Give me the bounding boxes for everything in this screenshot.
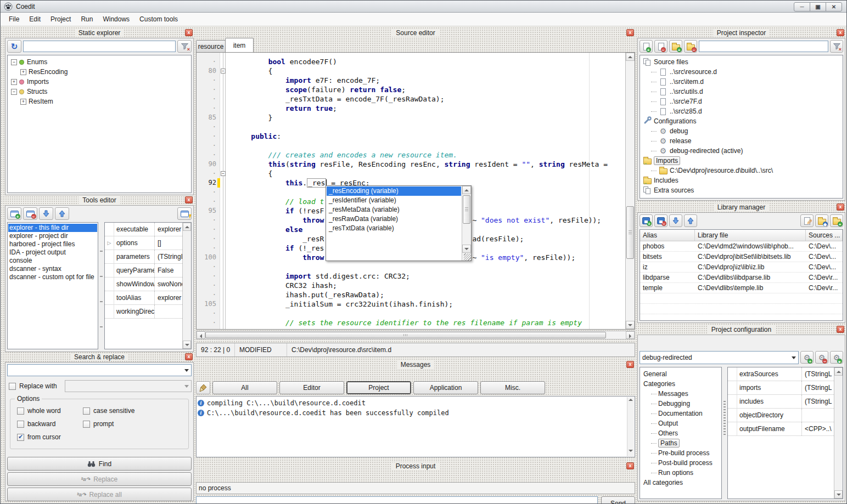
replace-term-combobox[interactable]: [65, 380, 192, 392]
table-row[interactable]: phobosC:\Dev\dmd2\windows\lib\phob...C:\…: [640, 241, 843, 252]
run-tool-button[interactable]: [177, 207, 192, 220]
category-item[interactable]: Run options: [641, 468, 720, 478]
column-header[interactable]: Alias: [640, 230, 695, 241]
prop-value[interactable]: (TStringL: [802, 395, 834, 408]
prop-value[interactable]: explorer: [155, 291, 182, 304]
edit-library-button[interactable]: ✎: [800, 214, 814, 227]
menu-windows[interactable]: Windows: [98, 14, 134, 25]
configuration-selector[interactable]: debug-redirected: [640, 351, 799, 364]
scroll-right-icon[interactable]: [626, 331, 635, 339]
prop-value[interactable]: (TStringL: [802, 367, 834, 381]
whole-word-checkbox[interactable]: [17, 407, 24, 415]
find-button[interactable]: Find: [7, 457, 192, 471]
fold-column[interactable]: [220, 327, 228, 330]
column-header[interactable]: Sources ...: [806, 230, 843, 241]
category-item[interactable]: Documentation: [641, 409, 720, 418]
message-row[interactable]: icompiling C:\...\build\resource.d.coedi…: [198, 398, 633, 408]
editor-vertical-scrollbar[interactable]: [625, 53, 635, 329]
fold-column[interactable]: [220, 299, 228, 309]
code-line[interactable]: · scope(failure) return false;: [197, 85, 625, 94]
scroll-up-icon[interactable]: [462, 186, 471, 194]
minimize-button[interactable]: ─: [794, 2, 810, 12]
fold-column[interactable]: [220, 94, 228, 104]
tree-item[interactable]: ⚙debug: [641, 126, 842, 136]
tree-item[interactable]: −Structs: [9, 87, 190, 97]
fold-column[interactable]: −: [220, 66, 228, 76]
prop-row[interactable]: executableexplorer: [105, 223, 182, 236]
fold-column[interactable]: [220, 309, 228, 318]
code-line[interactable]: · bool encodee7F(): [197, 57, 625, 66]
scroll-up-icon[interactable]: [183, 223, 191, 231]
code-editor[interactable]: · bool encodee7F()80− {· import e7F: enc…: [196, 52, 635, 330]
open-library-file-button[interactable]: ◆: [815, 214, 828, 227]
code-line[interactable]: · return true;: [197, 104, 625, 113]
prop-row[interactable]: workingDirect: [105, 305, 182, 319]
table-row[interactable]: libdparseC:\Dev\dlibs\libdparse.libC:\De…: [640, 273, 843, 283]
replace-all-button[interactable]: ᵇa↷ Replace all: [7, 488, 192, 501]
column-header[interactable]: Library file: [695, 230, 806, 241]
case-sensitive-checkbox[interactable]: [83, 407, 90, 415]
code-line[interactable]: · CRC32 ihash;: [197, 281, 625, 290]
list-item[interactable]: console: [8, 257, 97, 265]
fold-column[interactable]: [220, 57, 228, 66]
fold-column[interactable]: [220, 253, 228, 262]
fold-column[interactable]: [220, 160, 228, 169]
refresh-button[interactable]: ↻: [7, 40, 21, 53]
prop-row[interactable]: queryParametFalse: [105, 264, 182, 278]
move-library-up-button[interactable]: [684, 214, 697, 227]
fold-column[interactable]: [220, 290, 228, 299]
prop-row[interactable]: parameters(TStringL: [105, 250, 182, 264]
code-line[interactable]: 80− {: [197, 66, 625, 76]
close-button[interactable]: ✕: [826, 2, 842, 12]
expander-icon[interactable]: +: [20, 69, 26, 75]
list-item[interactable]: IDA - project output: [8, 248, 97, 257]
prop-row[interactable]: toolAliasexplorer: [105, 291, 182, 305]
completion-item[interactable]: _resTxtData (variable): [327, 224, 461, 233]
list-item[interactable]: harbored - project files: [8, 240, 97, 248]
expander-icon[interactable]: +: [11, 79, 17, 85]
prop-value[interactable]: swoNone: [155, 278, 182, 291]
prop-value[interactable]: <CPP>..\: [802, 422, 834, 435]
process-input-field[interactable]: [196, 496, 598, 504]
add-tool-button[interactable]: +: [7, 207, 21, 220]
code-line[interactable]: 105 _initialSum = crc322uint(ihash.finis…: [197, 299, 625, 309]
prop-row[interactable]: imports(TStringL: [728, 381, 834, 395]
expander-icon[interactable]: −: [11, 89, 17, 95]
menu-run[interactable]: Run: [76, 14, 98, 25]
completion-item[interactable]: _resRawData (variable): [327, 214, 461, 224]
category-item[interactable]: Others: [641, 428, 720, 438]
completion-item[interactable]: _resIdentifier (variable): [327, 196, 461, 205]
scroll-down-icon[interactable]: [834, 490, 843, 499]
remove-tool-button[interactable]: −: [23, 207, 37, 220]
move-tool-down-button[interactable]: [39, 207, 53, 220]
resize-grip-icon[interactable]: [464, 253, 471, 261]
messages-scrollbar[interactable]: [627, 397, 634, 456]
tools-splitter[interactable]: [100, 228, 103, 341]
configuration-splitter[interactable]: [723, 401, 726, 435]
fold-column[interactable]: [220, 188, 228, 197]
scroll-down-icon[interactable]: [626, 321, 635, 329]
tree-item[interactable]: ..\src\resource.d: [641, 67, 842, 77]
fold-column[interactable]: [220, 271, 228, 281]
remove-library-button[interactable]: −: [654, 214, 667, 227]
close-panel-icon[interactable]: x: [185, 353, 193, 360]
code-line[interactable]: · // sets the resource identifier to the…: [197, 318, 625, 327]
tree-item[interactable]: Source files: [641, 57, 842, 67]
prop-value[interactable]: explorer: [155, 223, 182, 236]
tree-item[interactable]: Extra sources: [641, 185, 842, 195]
tree-item[interactable]: +Imports: [9, 77, 190, 87]
prop-row[interactable]: outputFilename<CPP>..\: [728, 422, 834, 436]
fold-column[interactable]: [220, 122, 228, 132]
fold-column[interactable]: [220, 197, 228, 206]
list-item[interactable]: explorer - this file dir: [8, 224, 97, 232]
inspector-filter-button[interactable]: ×: [830, 40, 843, 53]
code-line[interactable]: ·: [197, 262, 625, 271]
fold-column[interactable]: [220, 216, 228, 225]
send-button[interactable]: Send: [601, 496, 635, 504]
prop-row[interactable]: objectDirectory: [728, 409, 834, 422]
fold-column[interactable]: [220, 104, 228, 113]
list-item[interactable]: dscanner - custom opt for file: [8, 273, 97, 281]
menu-project[interactable]: Project: [46, 14, 76, 25]
combo-dropdown-icon[interactable]: [182, 365, 191, 376]
scroll-down-icon[interactable]: [183, 341, 191, 349]
